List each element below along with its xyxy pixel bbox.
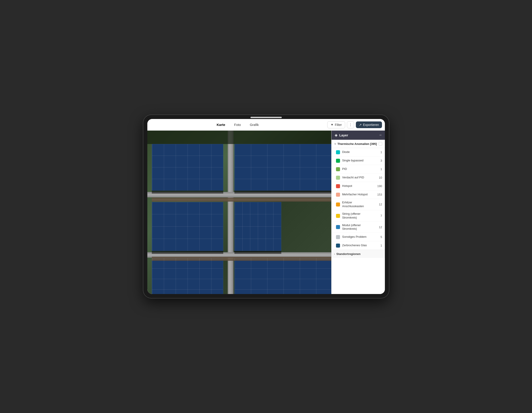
tab-grafik[interactable]: Grafik <box>246 122 263 128</box>
filter-label: Filter <box>335 123 342 127</box>
legend-item-verdacht-pid[interactable]: Verdacht auf PID10 <box>332 173 385 182</box>
view-tabs: Karte Foto Grafik <box>213 122 263 128</box>
tab-karte[interactable]: Karte <box>213 122 229 128</box>
legend-label-diode: Diode <box>342 150 374 154</box>
legend-label-mehrfacher-hotspot: Mehrfacher Hotspot <box>342 193 374 197</box>
map-area[interactable] <box>147 131 331 294</box>
panel-group-5 <box>152 258 223 294</box>
legend-item-single-bypassed[interactable]: Single bypassed3 <box>332 157 385 165</box>
legend-color-verdacht-pid <box>336 176 340 180</box>
tab-foto[interactable]: Foto <box>230 122 245 128</box>
panel-group-1 <box>152 144 223 191</box>
legend-count-pid: 1 <box>376 168 382 171</box>
top-shadow <box>147 131 331 144</box>
vertical-divider <box>228 131 234 294</box>
legend-label-string-offen: String (offener Stromkreis) <box>342 212 374 220</box>
panel-group-3 <box>152 202 223 251</box>
main-content: ◈ Layer − ∨ Thermische Anomalien [395] D… <box>147 131 385 294</box>
legend-count-erhitzer: 12 <box>376 203 382 206</box>
panel-header: ◈ Layer − <box>332 131 385 140</box>
panel-header-left: ◈ Layer <box>335 133 348 138</box>
solar-scene <box>147 131 331 294</box>
legend-label-zerbrochenes-glas: Zerbrochenes Glas <box>342 244 374 247</box>
legend-items-container: Diode1Single bypassed3PID1Verdacht auf P… <box>332 148 385 250</box>
legend-item-diode[interactable]: Diode1 <box>332 148 385 157</box>
more-icon: ⋮ <box>349 122 352 127</box>
legend-item-string-offen[interactable]: String (offener Stromkreis)7 <box>332 210 385 222</box>
legend-item-zerbrochenes-glas[interactable]: Zerbrochenes Glas1 <box>332 241 385 250</box>
ground-row-1 <box>152 197 331 202</box>
legend-color-zerbrochenes-glas <box>336 244 340 248</box>
legend-label-verdacht-pid: Verdacht auf PID <box>342 176 374 179</box>
legend-count-hotspot: 190 <box>376 184 382 188</box>
legend-item-modul-offen[interactable]: Modul (offener Stromkreis)12 <box>332 222 385 233</box>
legend-item-erhitzer[interactable]: Erhitzer Anschlusskasten12 <box>332 199 385 210</box>
legend-label-sonstiges: Sonstiges Problem <box>342 235 374 239</box>
legend-count-zerbrochenes-glas: 1 <box>376 244 382 247</box>
legend-color-sonstiges <box>336 235 340 239</box>
legend-label-single-bypassed: Single bypassed <box>342 159 374 162</box>
export-icon: ↗ <box>359 123 362 127</box>
panel-title: Layer <box>339 133 348 137</box>
tablet-screen: Karte Foto Grafik ▼ Filter ⋮ ↗ Exportier… <box>147 119 385 294</box>
legend-label-erhitzer: Erhitzer Anschlusskasten <box>342 201 374 208</box>
legend-color-mehrfacher-hotspot <box>336 193 340 197</box>
legend-color-erhitzer <box>336 202 340 206</box>
shadow-pg4 <box>234 251 281 254</box>
section-thermische-title: Thermische Anomalien [395] <box>338 142 377 146</box>
shadow-pg1 <box>152 190 223 194</box>
export-label: Exportieren <box>363 123 379 127</box>
legend-count-diode: 1 <box>376 150 382 154</box>
section-thermische-checkbox[interactable] <box>379 142 382 146</box>
standortregionen-toggle[interactable]: › <box>334 253 335 256</box>
legend-count-verdacht-pid: 10 <box>376 176 382 179</box>
legend-count-string-offen: 7 <box>376 214 382 217</box>
top-bar: Karte Foto Grafik ▼ Filter ⋮ ↗ Exportier… <box>147 119 385 131</box>
section-thermische-anomalien: ∨ Thermische Anomalien [395] <box>332 140 385 148</box>
legend-color-diode <box>336 150 340 154</box>
legend-count-sonstiges: 5 <box>376 235 382 239</box>
legend-item-sonstiges[interactable]: Sonstiges Problem5 <box>332 233 385 241</box>
right-panel: ◈ Layer − ∨ Thermische Anomalien [395] D… <box>331 131 385 294</box>
minimize-button[interactable]: − <box>379 133 382 138</box>
legend-item-mehrfacher-hotspot[interactable]: Mehrfacher Hotspot153 <box>332 190 385 199</box>
legend-color-single-bypassed <box>336 159 340 163</box>
shadow-pg2 <box>234 190 331 194</box>
more-options-button[interactable]: ⋮ <box>347 121 354 128</box>
panel-group-4 <box>234 202 281 251</box>
legend-item-hotspot[interactable]: Hotspot190 <box>332 182 385 190</box>
filter-button[interactable]: ▼ Filter <box>327 121 345 128</box>
legend-color-string-offen <box>336 214 340 218</box>
legend-count-single-bypassed: 3 <box>376 159 382 162</box>
standortregionen-title: Standortregionen <box>336 252 382 256</box>
panel-body[interactable]: ∨ Thermische Anomalien [395] Diode1Singl… <box>332 140 385 294</box>
legend-label-modul-offen: Modul (offener Stromkreis) <box>342 224 374 231</box>
legend-item-pid[interactable]: PID1 <box>332 165 385 173</box>
legend-color-modul-offen <box>336 225 340 229</box>
layers-icon: ◈ <box>335 133 338 138</box>
filter-icon: ▼ <box>331 123 333 126</box>
panel-group-6 <box>234 258 331 294</box>
legend-count-mehrfacher-hotspot: 153 <box>376 193 382 196</box>
legend-count-modul-offen: 12 <box>376 225 382 229</box>
section-toggle-icon[interactable]: ∨ <box>334 142 336 145</box>
legend-color-pid <box>336 167 340 171</box>
tablet-frame: Karte Foto Grafik ▼ Filter ⋮ ↗ Exportier… <box>143 115 389 298</box>
shadow-pg3 <box>152 251 223 254</box>
legend-color-hotspot <box>336 184 340 188</box>
panel-group-2 <box>234 144 331 191</box>
section-standortregionen: › Standortregionen <box>332 250 385 258</box>
legend-label-pid: PID <box>342 167 374 171</box>
legend-label-hotspot: Hotspot <box>342 184 374 188</box>
export-button[interactable]: ↗ Exportieren <box>356 122 382 128</box>
